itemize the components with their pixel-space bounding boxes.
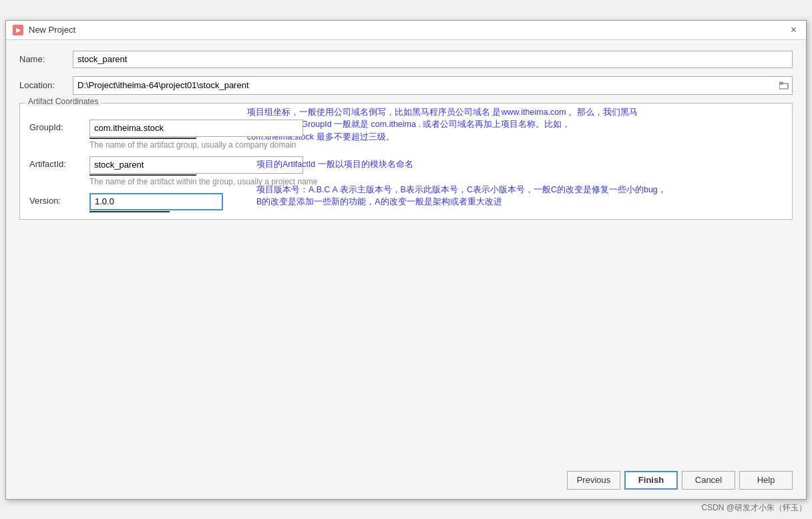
browse-button[interactable]: [776, 77, 792, 94]
artifact-legend: Artifact Coordinates: [25, 97, 101, 106]
version-comment: 项目版本号：A.B.C A 表示主版本号，B表示此版本号，C表示小版本号，一般C…: [256, 184, 666, 209]
name-row: Name:: [19, 51, 793, 68]
name-input[interactable]: [73, 51, 793, 68]
version-input[interactable]: [89, 193, 223, 210]
location-input[interactable]: [73, 77, 776, 94]
title-bar-left: ▶ New Project: [13, 25, 75, 35]
artifactid-label: ArtifactId:: [29, 156, 89, 169]
cancel-button[interactable]: Cancel: [682, 471, 735, 490]
watermark: CSDN @研发才小朱（怀玉）: [701, 502, 807, 514]
version-row: 项目版本号：A.B.C A 表示主版本号，B表示此版本号，C表示小版本号，一般C…: [29, 193, 783, 212]
groupid-field-wrap: The name of the artifact group, usually …: [89, 120, 783, 155]
location-input-wrap: [73, 76, 793, 95]
groupid-row: GroupId: The name of the artifact group,…: [29, 120, 783, 155]
groupid-input[interactable]: [89, 120, 303, 137]
dialog-title: New Project: [29, 25, 75, 35]
group-comment-line1: 项目组坐标，一般使用公司域名倒写，比如黑马程序员公司域名 是www.itheim…: [247, 106, 638, 119]
title-bar: ▶ New Project ×: [6, 21, 806, 40]
dialog-icon: ▶: [13, 25, 23, 35]
location-row: Location:: [19, 76, 793, 95]
name-label: Name:: [19, 54, 73, 64]
dialog-footer: Previous Finish Cancel Help: [6, 464, 806, 499]
artifactid-comment: 项目的ArtifactId 一般以项目的模块名命名: [256, 159, 413, 170]
groupid-label: GroupId:: [29, 120, 89, 132]
version-label: Version:: [29, 193, 89, 206]
help-button[interactable]: Help: [739, 471, 793, 490]
dialog-body: Name: Location: Artifact Coordinates: [6, 40, 806, 464]
artifact-coordinates-section: Artifact Coordinates 项目组坐标，一般使用公司域名倒写，比如…: [19, 103, 793, 220]
previous-button[interactable]: Previous: [567, 471, 620, 490]
close-button[interactable]: ×: [788, 25, 799, 35]
finish-button[interactable]: Finish: [624, 471, 678, 490]
location-label: Location:: [19, 80, 73, 90]
version-comment-line1: 项目版本号：A.B.C A 表示主版本号，B表示此版本号，C表示小版本号，一般C…: [256, 184, 666, 196]
new-project-dialog: ▶ New Project × Name: Location:: [5, 20, 807, 500]
version-comment-line2: B的改变是添加一些新的功能，A的改变一般是架构或者重大改进: [256, 196, 666, 208]
groupid-hint: The name of the artifact group, usually …: [89, 140, 783, 150]
